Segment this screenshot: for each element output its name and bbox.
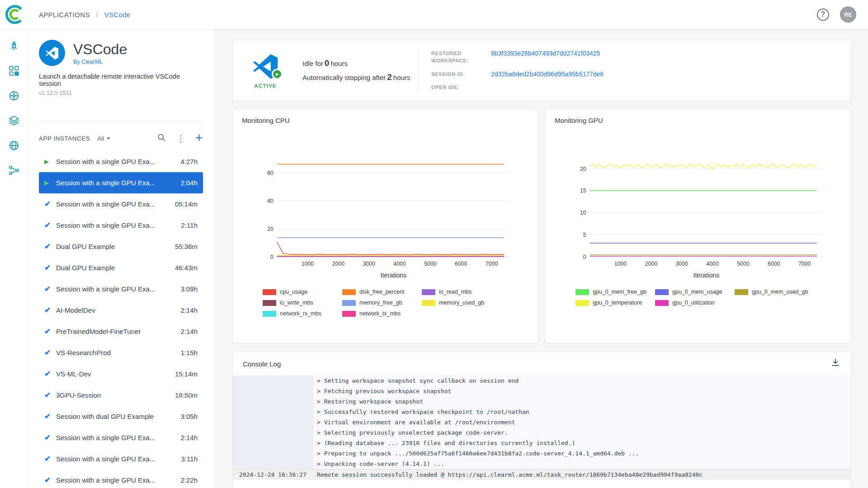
chart-plot[interactable]: 02040601000200030004000500060007000Itera… xyxy=(242,128,528,287)
breadcrumb-applications[interactable]: APPLICATIONS xyxy=(39,11,90,19)
legend-item[interactable]: gpu_0_mem_usage xyxy=(655,289,735,295)
instance-duration: 46:43m xyxy=(175,264,198,272)
clearml-logo-icon[interactable] xyxy=(5,4,25,25)
list-item[interactable]: ✔Session with dual GPU Example3:05h xyxy=(39,406,203,427)
list-item[interactable]: ✔Session with a single GPU Exa...3:09h xyxy=(39,278,203,300)
page-title: VSCode xyxy=(73,41,127,58)
running-status-badge-icon: ▶ xyxy=(272,69,283,80)
log-text: > Fetching previous workspace snapshot xyxy=(313,386,850,396)
instance-name: Session with a single GPU Exa... xyxy=(56,221,181,229)
console-body[interactable]: > Setting workspace snapshot sync callba… xyxy=(233,375,850,480)
applications-icon[interactable] xyxy=(8,40,20,52)
log-timestamp xyxy=(233,427,313,438)
list-item[interactable]: ▶Session with a single GPU Exa...4:27h xyxy=(39,151,203,172)
log-text: > Unpacking code-server (4.14.1) ... xyxy=(313,459,850,469)
check-icon: ✔ xyxy=(44,433,56,442)
svg-text:15: 15 xyxy=(580,188,586,194)
datasets-icon[interactable] xyxy=(8,115,20,127)
list-item[interactable]: ✔VS-ResearchProd1:15h xyxy=(39,342,203,363)
log-line: > Virtual environment are available at /… xyxy=(233,417,850,427)
list-item[interactable]: ✔3GPU-Session18:50m xyxy=(39,385,203,406)
field-label: OPEN IDE: xyxy=(431,84,486,91)
instance-duration: 1:15h xyxy=(180,349,198,357)
log-line: 2024-12-24 16:36:27Remote session succes… xyxy=(233,469,850,480)
download-log-icon[interactable] xyxy=(830,358,840,370)
list-item[interactable]: ✔Dual GPU Example55:36m xyxy=(39,236,203,257)
svg-text:3000: 3000 xyxy=(676,261,689,267)
gpu-chart-card: Monitoring GPU 0510152010002000300040005… xyxy=(545,109,851,343)
list-item[interactable]: ✔PreTrainedModel-FineTuner2:14h xyxy=(39,321,203,342)
log-timestamp: 2024-12-24 16:36:27 xyxy=(233,469,313,480)
session-status-card: ▶ ACTIVE Idle for0hours Automatically st… xyxy=(232,40,851,101)
svg-text:Iterations: Iterations xyxy=(693,272,720,279)
legend-label: gpu_0_mem_used_gb xyxy=(752,289,808,295)
status-badge: ACTIVE xyxy=(246,83,284,89)
instance-name: 3GPU-Session xyxy=(56,391,175,399)
legend-item[interactable]: io_read_mbs xyxy=(422,289,501,295)
list-item[interactable]: ✔Session with a single GPU Exa...2:22h xyxy=(39,469,203,488)
pipelines-icon[interactable] xyxy=(8,164,20,176)
svg-text:2000: 2000 xyxy=(332,261,345,267)
list-item[interactable]: ✔AI-ModelDev2:14h xyxy=(39,300,203,321)
legend-item[interactable]: memory_used_gb xyxy=(422,300,501,306)
instance-duration: 55:36m xyxy=(175,243,198,250)
add-instance-button[interactable]: + xyxy=(195,131,203,145)
log-text: > Successfully restored workspace checkp… xyxy=(313,407,850,417)
projects-icon[interactable] xyxy=(8,65,20,77)
instance-name: VS-ResearchProd xyxy=(56,349,180,357)
instance-duration: 4:27h xyxy=(180,158,198,165)
svg-text:20: 20 xyxy=(580,166,586,172)
kebab-menu-icon[interactable]: ⋮ xyxy=(176,134,185,143)
legend-label: gpu_0_mem_usage xyxy=(672,289,722,295)
app-byline-link[interactable]: By ClearML xyxy=(73,59,127,65)
svg-text:6000: 6000 xyxy=(455,261,467,267)
list-item[interactable]: ✔Dual GPU Example46:43m xyxy=(39,257,203,278)
avatar[interactable]: RE xyxy=(840,6,856,23)
instance-duration: 3:05h xyxy=(180,413,198,420)
legend-item[interactable]: gpu_0_mem_used_gb xyxy=(735,289,814,295)
instance-name: Dual GPU Example xyxy=(56,264,175,272)
legend-item[interactable]: network_tx_mbs xyxy=(342,310,422,317)
legend-item[interactable]: memory_free_gb xyxy=(342,300,422,306)
list-item[interactable]: ✔Session with a single GPU Exa...3:11h xyxy=(39,448,203,469)
chart-plot[interactable]: 051015201000200030004000500060007000Iter… xyxy=(555,128,841,287)
field-value-link[interactable]: 8b3f3393e26b407493d7dd2741f03425 xyxy=(491,50,600,57)
legend-item[interactable]: gpu_0_temperature xyxy=(576,300,655,306)
legend-swatch-icon xyxy=(263,289,276,295)
cpu-chart-title: Monitoring CPU xyxy=(242,117,528,124)
search-icon[interactable] xyxy=(157,133,166,144)
legend-item[interactable]: gpu_0_utilization xyxy=(655,300,735,306)
reports-icon[interactable] xyxy=(8,140,20,151)
log-timestamp xyxy=(233,407,313,417)
legend-swatch-icon xyxy=(735,289,748,295)
list-item[interactable]: ✔Session with a single GPU Exa...05:14m xyxy=(39,193,203,215)
svg-text:7000: 7000 xyxy=(486,261,498,267)
legend-item[interactable]: disk_free_percent xyxy=(342,289,422,295)
legend-swatch-icon xyxy=(422,289,435,295)
legend-item[interactable]: gpu_0_mem_free_gb xyxy=(576,289,655,295)
field-value-link[interactable]: 2d32ba8ded2b400d96d95a95b5177de6 xyxy=(491,70,604,78)
workers-icon[interactable] xyxy=(8,90,20,102)
log-timestamp xyxy=(233,417,313,427)
app-instances-header: APP INSTANCES xyxy=(39,135,90,142)
list-item[interactable]: ✔Session with a single GPU Exa...2:14h xyxy=(39,427,203,448)
list-item[interactable]: ▶Session with a single GPU Exa...2:04h xyxy=(39,172,203,193)
list-item[interactable]: ✔VS-ML-Dev15:14m xyxy=(39,363,203,385)
legend-item[interactable]: network_rx_mbs xyxy=(263,310,342,317)
nav-rail xyxy=(0,29,28,488)
instance-duration: 3:11h xyxy=(181,455,198,463)
svg-text:10: 10 xyxy=(580,210,586,216)
svg-text:2000: 2000 xyxy=(645,261,658,267)
breadcrumb-vscode[interactable]: VSCode xyxy=(104,11,131,19)
legend-label: memory_used_gb xyxy=(439,300,484,306)
instance-duration: 2:14h xyxy=(180,306,198,314)
legend-item[interactable]: io_write_mbs xyxy=(263,300,342,306)
app-version: v1.12.0-1531 xyxy=(39,90,203,96)
check-icon: ✔ xyxy=(44,199,56,209)
help-icon[interactable]: ? xyxy=(817,9,829,21)
check-icon: ✔ xyxy=(44,327,56,336)
instance-name: Session with a single GPU Exa... xyxy=(56,158,180,165)
legend-item[interactable]: cpu_usage xyxy=(263,289,342,295)
instances-filter-dropdown[interactable]: All xyxy=(97,135,110,142)
list-item[interactable]: ✔Session with a single GPU Exa...2:11h xyxy=(39,215,203,236)
